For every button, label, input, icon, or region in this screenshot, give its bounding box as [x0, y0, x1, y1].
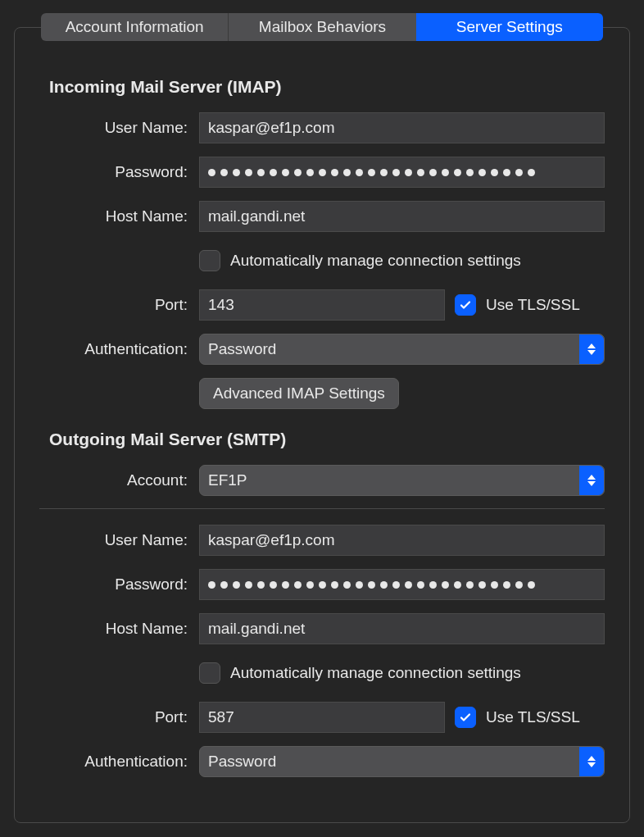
tab-account-information[interactable]: Account Information — [41, 13, 228, 41]
outgoing-auth-value: Password — [208, 753, 276, 771]
incoming-auto-manage-checkbox[interactable] — [199, 250, 220, 271]
outgoing-auth-label: Authentication: — [39, 753, 199, 771]
incoming-password-label: Password: — [39, 163, 199, 181]
incoming-heading: Incoming Mail Server (IMAP) — [49, 77, 605, 97]
outgoing-auth-select[interactable]: Password — [199, 746, 605, 777]
incoming-username-field[interactable] — [199, 112, 605, 143]
incoming-auth-select[interactable]: Password — [199, 334, 605, 365]
outgoing-use-tls-label: Use TLS/SSL — [486, 708, 580, 726]
incoming-password-field[interactable] — [199, 157, 605, 188]
updown-icon — [579, 747, 604, 776]
server-settings-panel: Incoming Mail Server (IMAP) User Name: P… — [14, 27, 630, 823]
incoming-hostname-field[interactable] — [199, 201, 605, 232]
incoming-username-label: User Name: — [39, 119, 199, 137]
updown-icon — [579, 334, 604, 364]
outgoing-heading: Outgoing Mail Server (SMTP) — [49, 430, 605, 449]
advanced-imap-settings-button[interactable]: Advanced IMAP Settings — [199, 378, 399, 409]
tab-bar: Account Information Mailbox Behaviors Se… — [41, 13, 603, 41]
incoming-auth-label: Authentication: — [39, 340, 199, 358]
outgoing-auto-manage-label: Automatically manage connection settings — [230, 664, 521, 682]
outgoing-hostname-label: Host Name: — [39, 620, 199, 638]
incoming-port-field[interactable] — [199, 289, 445, 321]
outgoing-password-label: Password: — [39, 575, 199, 594]
outgoing-username-field[interactable] — [199, 525, 605, 556]
outgoing-password-field[interactable] — [199, 569, 605, 600]
incoming-auth-value: Password — [208, 340, 276, 358]
tab-server-settings[interactable]: Server Settings — [416, 13, 603, 41]
outgoing-account-value: EF1P — [208, 471, 247, 489]
outgoing-use-tls-checkbox[interactable] — [455, 707, 476, 728]
divider — [39, 508, 605, 509]
updown-icon — [579, 466, 604, 495]
outgoing-account-select[interactable]: EF1P — [199, 465, 605, 496]
incoming-auto-manage-label: Automatically manage connection settings — [230, 252, 521, 270]
incoming-use-tls-checkbox[interactable] — [455, 294, 476, 316]
outgoing-hostname-field[interactable] — [199, 613, 605, 644]
outgoing-port-label: Port: — [39, 708, 199, 726]
outgoing-port-field[interactable] — [199, 702, 445, 733]
incoming-port-label: Port: — [39, 296, 199, 314]
incoming-hostname-label: Host Name: — [39, 207, 199, 225]
incoming-use-tls-label: Use TLS/SSL — [486, 296, 580, 314]
outgoing-auto-manage-checkbox[interactable] — [199, 662, 220, 684]
outgoing-username-label: User Name: — [39, 531, 199, 549]
outgoing-account-label: Account: — [39, 471, 199, 489]
tab-mailbox-behaviors[interactable]: Mailbox Behaviors — [228, 13, 415, 41]
